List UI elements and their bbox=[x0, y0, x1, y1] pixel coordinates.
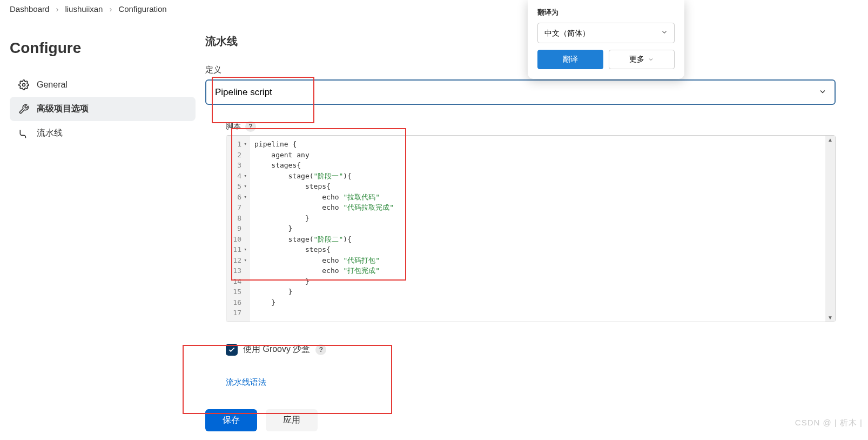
page-title: Configure bbox=[10, 39, 196, 57]
sandbox-checkbox[interactable] bbox=[226, 344, 238, 356]
help-icon[interactable]: ? bbox=[245, 121, 256, 132]
watermark: CSDN @ | 析木 | bbox=[795, 418, 863, 428]
sidebar-item-label: General bbox=[37, 80, 68, 90]
scroll-down-icon[interactable]: ▼ bbox=[827, 315, 833, 321]
breadcrumb-dashboard[interactable]: Dashboard bbox=[10, 4, 49, 14]
sidebar-item-label: 流水线 bbox=[37, 128, 63, 139]
pipeline-icon bbox=[18, 128, 29, 139]
translate-popup: 翻译为 中文（简体） 翻译 更多 bbox=[528, 0, 684, 79]
sidebar-item-general[interactable]: General bbox=[10, 73, 196, 97]
chevron-right-icon: › bbox=[56, 4, 58, 14]
breadcrumb: Dashboard › liushuiixan › Configuration bbox=[0, 0, 868, 18]
apply-button[interactable]: 应用 bbox=[266, 409, 318, 431]
line-gutter: 1▾234▾5▾6▾7891011▾12▾1314151617 bbox=[226, 136, 250, 322]
pipeline-syntax-link[interactable]: 流水线语法 bbox=[226, 377, 266, 388]
sidebar: Configure General 高级项目选项 流水线 bbox=[0, 18, 205, 431]
definition-select[interactable]: Pipeline script bbox=[205, 79, 836, 105]
code-content[interactable]: pipeline { agent any stages{ stage("阶段一"… bbox=[250, 136, 825, 322]
help-icon[interactable]: ? bbox=[315, 344, 326, 355]
script-editor[interactable]: 1▾234▾5▾6▾7891011▾12▾1314151617 pipeline… bbox=[226, 135, 836, 322]
translate-button[interactable]: 翻译 bbox=[537, 50, 603, 69]
svg-point-0 bbox=[23, 84, 25, 86]
sidebar-item-pipeline[interactable]: 流水线 bbox=[10, 121, 196, 145]
more-button[interactable]: 更多 bbox=[609, 50, 675, 69]
script-label: 脚本 bbox=[226, 122, 241, 131]
sidebar-item-label: 高级项目选项 bbox=[37, 103, 89, 115]
gear-icon bbox=[18, 79, 29, 90]
save-button[interactable]: 保存 bbox=[205, 409, 257, 431]
main-content: 流水线 定义 Pipeline script 脚本 ? 1▾234▾5▾6▾78… bbox=[205, 18, 868, 431]
breadcrumb-project[interactable]: liushuiixan bbox=[65, 4, 103, 14]
breadcrumb-configuration[interactable]: Configuration bbox=[118, 4, 166, 14]
definition-label: 定义 bbox=[205, 65, 836, 75]
wrench-icon bbox=[18, 104, 29, 115]
scroll-up-icon[interactable]: ▲ bbox=[827, 137, 833, 143]
section-title: 流水线 bbox=[205, 34, 836, 49]
more-label: 更多 bbox=[629, 55, 644, 64]
translate-language-select[interactable]: 中文（简体） bbox=[537, 23, 675, 43]
scrollbar[interactable]: ▲ ▼ bbox=[825, 136, 835, 322]
sandbox-label: 使用 Groovy 沙盒 bbox=[243, 344, 310, 355]
sidebar-item-advanced[interactable]: 高级项目选项 bbox=[10, 97, 196, 121]
chevron-down-icon bbox=[648, 56, 654, 63]
chevron-right-icon: › bbox=[109, 4, 112, 14]
translate-title: 翻译为 bbox=[537, 8, 675, 17]
